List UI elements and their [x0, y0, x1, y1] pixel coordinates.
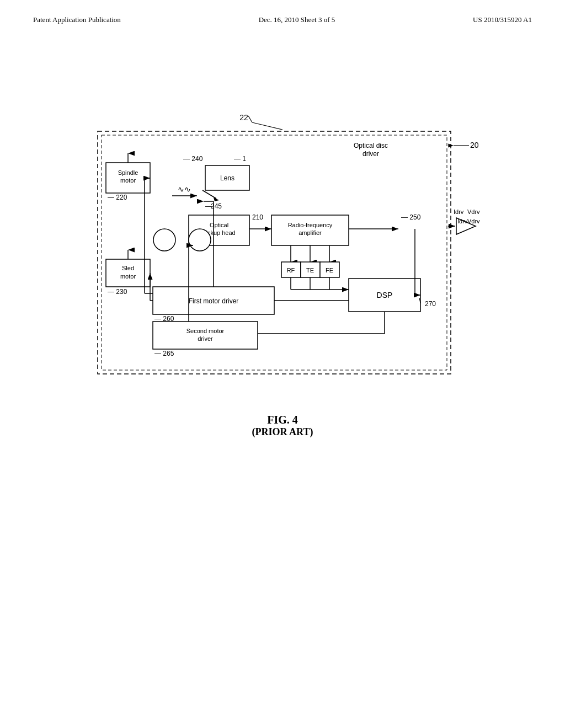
svg-text:245: 245 [211, 202, 222, 210]
svg-text:DSP: DSP [377, 291, 393, 299]
svg-text:RF: RF [287, 267, 295, 274]
svg-line-5 [248, 116, 252, 122]
svg-text:Second motor: Second motor [186, 328, 225, 334]
svg-text:Optical: Optical [210, 222, 228, 228]
svg-text:Idrv: Idrv [457, 218, 468, 224]
page-header: Patent Application Publication Dec. 16, … [0, 0, 565, 24]
svg-text:∿∿: ∿∿ [178, 185, 191, 194]
svg-text:driver: driver [363, 150, 379, 158]
svg-text:— 220: — 220 [108, 194, 127, 201]
svg-text:— 265: — 265 [154, 350, 174, 357]
figure-area: 22 20 Optical disc driver Idrv Vdrv Idrv [56, 110, 509, 403]
fig-sublabel: (PRIOR ART) [252, 426, 313, 438]
svg-text:Sled: Sled [122, 265, 134, 271]
svg-text:— 1: — 1 [234, 155, 246, 163]
header-center: Dec. 16, 2010 Sheet 3 of 5 [259, 15, 335, 24]
svg-text:FE: FE [326, 267, 333, 274]
svg-text:TE: TE [306, 267, 314, 274]
svg-line-31 [202, 190, 216, 199]
svg-text:driver: driver [198, 335, 213, 342]
svg-marker-32 [214, 197, 219, 201]
svg-point-39 [153, 229, 175, 251]
diagram-svg: 22 20 Optical disc driver Idrv Vdrv Idrv [56, 110, 509, 403]
header-right: US 2010/315920 A1 [473, 15, 532, 24]
svg-text:—: — [205, 202, 212, 210]
svg-text:22: 22 [239, 113, 248, 122]
fig-caption: FIG. 4 (PRIOR ART) [252, 414, 313, 438]
svg-rect-9 [98, 131, 451, 374]
svg-text:motor: motor [120, 177, 136, 184]
svg-text:motor: motor [120, 273, 136, 280]
svg-text:20: 20 [470, 141, 479, 149]
svg-text:amplifier: amplifier [299, 229, 322, 236]
svg-text:270: 270 [425, 300, 436, 308]
svg-text:Vdrv: Vdrv [467, 218, 480, 224]
header-left: Patent Application Publication [33, 15, 121, 24]
svg-text:210: 210 [252, 213, 263, 221]
svg-point-40 [189, 229, 211, 251]
svg-text:First motor driver: First motor driver [189, 297, 239, 305]
svg-text:— 250: — 250 [401, 213, 421, 221]
svg-line-6 [252, 122, 282, 130]
svg-text:— 240: — 240 [183, 155, 203, 163]
svg-text:Idrv: Idrv [454, 208, 464, 215]
svg-text:Radio-frequency: Radio-frequency [288, 222, 333, 228]
svg-text:Lens: Lens [220, 174, 234, 182]
svg-text:Optical disc: Optical disc [354, 142, 388, 149]
svg-text:Vdrv: Vdrv [467, 208, 480, 215]
fig-label: FIG. 4 [252, 414, 313, 426]
diagram-container: 22 20 Optical disc driver Idrv Vdrv Idrv [33, 110, 532, 438]
svg-text:Spindle: Spindle [118, 169, 138, 176]
svg-text:— 230: — 230 [108, 288, 127, 296]
